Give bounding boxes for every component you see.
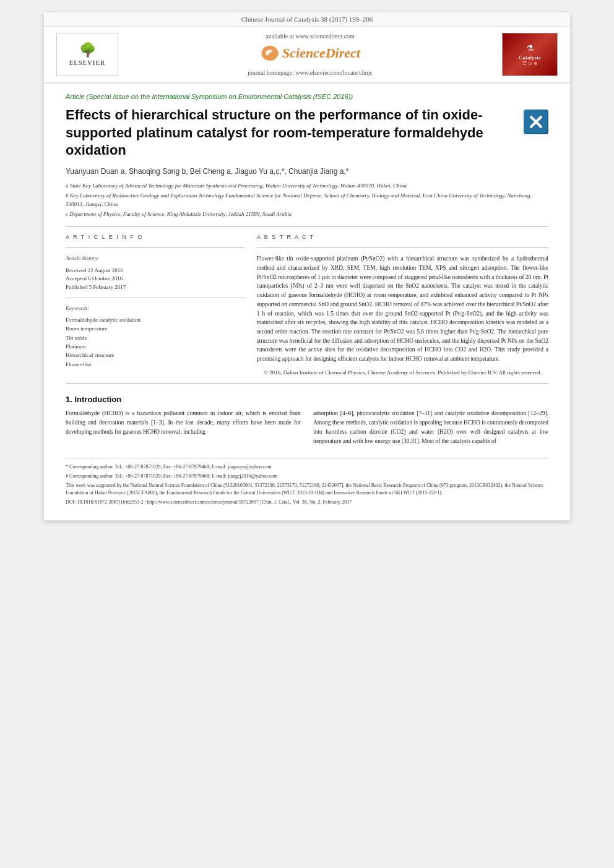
crossmark-icon: [525, 111, 547, 133]
catalysis-title: Catalysis: [519, 55, 541, 61]
catalysis-sub-icons: ☰ ⊙ ⊕: [522, 61, 538, 66]
sd-icon: [260, 43, 280, 63]
intro-left-col: Formaldehyde (HCHO) is a hazardous pollu…: [66, 409, 301, 445]
catalysis-logo: ⚗ Catalysis ☰ ⊙ ⊕: [502, 33, 558, 76]
journal-header: 🌳 ELSEVIER available at www.sciencedirec…: [44, 27, 570, 84]
homepage-text: journal homepage: www.elsevier.com/locat…: [131, 69, 490, 76]
available-text: available at www.sciencedirect.com: [131, 33, 490, 40]
section-divider: [66, 383, 548, 384]
footnote-corresponding-1: * Corresponding author. Tel.: +86-27-878…: [66, 463, 548, 471]
article-title: Effects of hierarchical structure on the…: [66, 106, 524, 160]
abstract-label: A B S T R A C T: [257, 233, 548, 242]
history-divider: [66, 298, 244, 298]
affiliation-a: a State Key Laboratory of Advanced Techn…: [66, 182, 548, 191]
catalysis-icon: ⚗: [526, 43, 534, 54]
journal-citation: Chinese Journal of Catalysis 38 (2017) 1…: [241, 15, 373, 23]
elsevier-tree-icon: 🌳: [79, 43, 96, 57]
footnote-funding: This work was supported by the National …: [66, 482, 548, 497]
footnotes: * Corresponding author. Tel.: +86-27-878…: [66, 458, 548, 506]
keyword-3: Tin oxide: [66, 333, 244, 342]
published-date: Published 5 February 2017: [66, 283, 244, 292]
keyword-6: Flower-like: [66, 360, 244, 369]
authors: Yuanyuan Duan a, Shaoqing Song b, Bei Ch…: [66, 167, 548, 176]
received-date: Received 22 August 2016: [66, 267, 244, 275]
elsevier-text: ELSEVIER: [69, 59, 106, 66]
affiliation-c: c Department of Physics, Faculty of Scie…: [66, 210, 548, 219]
intro-section-number: 1. Introduction: [66, 395, 548, 404]
footnote-doi: DOI: 10.1016/S1872-2067(16)62551-2 | htt…: [66, 499, 548, 506]
elsevier-logo: 🌳 ELSEVIER: [56, 33, 118, 76]
crossmark-badge: [524, 110, 548, 134]
special-issue-label: Article (Special Issue on the Internatio…: [66, 93, 548, 100]
accepted-date: Accepted 6 October 2016: [66, 275, 244, 283]
article-info-label: A R T I C L E I N F O: [66, 233, 244, 242]
abstract-copyright: © 2016, Dalian Institute of Chemical Phy…: [257, 369, 548, 377]
title-row: Effects of hierarchical structure on the…: [66, 106, 548, 160]
keyword-5: Hierarchical structure: [66, 351, 244, 359]
keyword-4: Platinum: [66, 342, 244, 351]
header-divider: [66, 226, 548, 227]
keyword-2: Room temperature: [66, 324, 244, 333]
intro-right-col: adsorption [4–6], photocatalytic oxidati…: [313, 409, 548, 445]
top-bar: Chinese Journal of Catalysis 38 (2017) 1…: [44, 12, 570, 27]
abstract-text: Flower-like tin oxide-supported platinum…: [257, 254, 548, 364]
sciencedirect-logo: ScienceDirect: [260, 43, 360, 63]
history-label: Article history:: [66, 254, 244, 263]
authors-text: Yuanyuan Duan a, Shaoqing Song b, Bei Ch…: [66, 167, 348, 176]
keywords-label: Keywords:: [66, 304, 244, 313]
footnote-corresponding-2: # Corresponding author. Tel.: +86-27-878…: [66, 473, 548, 480]
journal-center: available at www.sciencedirect.com Scien…: [118, 33, 502, 76]
affiliation-b: b Key Laboratory of Radioactive Geology …: [66, 192, 548, 208]
introduction-section: 1. Introduction Formaldehyde (HCHO) is a…: [66, 395, 548, 445]
article-info-column: A R T I C L E I N F O Article history: R…: [66, 233, 244, 377]
intro-right-text: adsorption [4–6], photocatalytic oxidati…: [313, 409, 548, 445]
affiliations: a State Key Laboratory of Advanced Techn…: [66, 182, 548, 219]
intro-left-text: Formaldehyde (HCHO) is a hazardous pollu…: [66, 409, 301, 436]
abstract-divider: [257, 247, 548, 248]
article-content: Article (Special Issue on the Internatio…: [44, 84, 570, 520]
info-divider: [66, 247, 244, 248]
info-abstract-section: A R T I C L E I N F O Article history: R…: [66, 233, 548, 377]
abstract-column: A B S T R A C T Flower-like tin oxide-su…: [257, 233, 548, 377]
sciencedirect-text: ScienceDirect: [282, 45, 360, 61]
keyword-1: Formaldehyde catalytic oxidation: [66, 316, 244, 324]
intro-body: Formaldehyde (HCHO) is a hazardous pollu…: [66, 409, 548, 445]
